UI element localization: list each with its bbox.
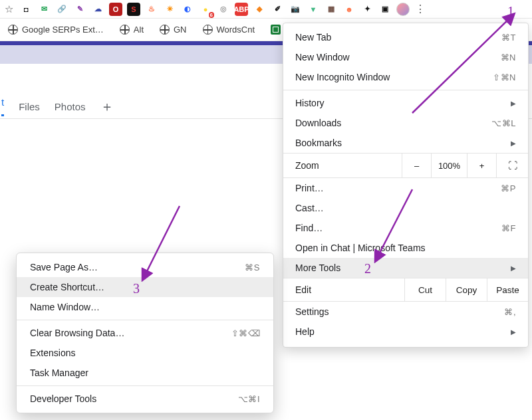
extension-feather-icon[interactable]: ✎ xyxy=(73,3,86,16)
menu-bookmarks[interactable]: Bookmarks▶ xyxy=(283,133,528,153)
more-tools-submenu: Save Page As…⌘S Create Shortcut… Name Wi… xyxy=(16,253,274,413)
menu-new-window[interactable]: New Window⌘N xyxy=(283,47,528,67)
extension-picker-icon[interactable]: ✐ xyxy=(271,3,284,16)
extension-metamask-icon[interactable]: ◆ xyxy=(253,3,266,16)
submenu-name-window[interactable]: Name Window… xyxy=(17,297,273,317)
extension-flame-icon[interactable]: ♨ xyxy=(145,3,158,16)
bookmark-star-icon[interactable]: ☆ xyxy=(3,3,15,15)
fullscreen-icon[interactable] xyxy=(496,154,528,177)
page-tabs: t Files Photos ＋ xyxy=(0,92,114,121)
chrome-main-menu: New Tab⌘T New Window⌘N New Incognito Win… xyxy=(283,23,529,348)
extension-bubble-icon[interactable]: ☁ xyxy=(91,3,104,16)
extension-puzzle-icon[interactable]: ✦ xyxy=(360,3,374,16)
menu-new-tab[interactable]: New Tab⌘T xyxy=(283,27,528,47)
extension-link-icon[interactable]: 🔗 xyxy=(55,3,68,16)
submenu-arrow-icon: ▶ xyxy=(511,140,516,147)
tab-photos[interactable]: Photos xyxy=(55,101,86,112)
edit-cut[interactable]: Cut xyxy=(404,278,446,301)
menu-more-tools[interactable]: More Tools▶ xyxy=(283,258,528,278)
extension-robot-icon[interactable]: ☻ xyxy=(342,3,356,16)
sheets-icon xyxy=(271,25,281,35)
zoom-in-button[interactable]: + xyxy=(467,154,496,177)
extension-similarweb-icon[interactable]: ◐ xyxy=(181,3,194,16)
menu-cast[interactable]: Cast… xyxy=(283,198,528,218)
menu-find[interactable]: Find…⌘F xyxy=(283,218,528,238)
extension-squares-icon[interactable]: ▦ xyxy=(325,3,338,16)
submenu-extensions[interactable]: Extensions xyxy=(17,343,273,363)
zoom-label: Zoom xyxy=(283,154,402,177)
submenu-create-shortcut[interactable]: Create Shortcut… xyxy=(17,277,273,297)
extension-adblock-icon[interactable]: ABP xyxy=(235,3,248,16)
edit-paste[interactable]: Paste xyxy=(487,278,528,301)
menu-settings[interactable]: Settings⌘, xyxy=(283,302,528,322)
globe-icon xyxy=(120,25,130,35)
tab-active[interactable]: t xyxy=(1,96,4,116)
annotation-number-3: 3 xyxy=(133,281,140,296)
profile-avatar[interactable] xyxy=(396,3,410,16)
menu-help[interactable]: Help▶ xyxy=(283,322,528,342)
extension-bulb-icon[interactable]: ●6 xyxy=(199,3,212,16)
extension-shield-icon[interactable]: ◎ xyxy=(217,3,230,16)
menu-print[interactable]: Print…⌘P xyxy=(283,178,528,198)
extension-gear-icon[interactable]: ✳ xyxy=(163,3,176,16)
menu-new-incognito[interactable]: New Incognito Window⇧⌘N xyxy=(283,67,528,87)
add-tab-icon[interactable]: ＋ xyxy=(100,98,114,116)
menu-open-in-chat[interactable]: Open in Chat | Microsoft Teams xyxy=(283,238,528,258)
annotation-number-1: 1 xyxy=(507,4,514,19)
extension-ublock-icon[interactable]: O xyxy=(109,3,122,16)
menu-history[interactable]: History▶ xyxy=(283,93,528,113)
menu-zoom-row: Zoom – 100% + xyxy=(283,153,528,178)
globe-icon xyxy=(160,25,170,35)
submenu-clear-browsing-data[interactable]: Clear Browsing Data…⇧⌘⌫ xyxy=(17,323,273,343)
submenu-arrow-icon: ▶ xyxy=(511,100,516,107)
globe-icon xyxy=(203,25,213,35)
bookmark-serps[interactable]: Google SERPs Ext… xyxy=(0,25,112,35)
bookmark-alt[interactable]: Alt xyxy=(112,25,152,35)
chrome-menu-button[interactable]: ⋮ xyxy=(414,3,426,15)
edit-label: Edit xyxy=(283,278,404,301)
bookmark-gn[interactable]: GN xyxy=(152,25,195,35)
submenu-arrow-icon: ▶ xyxy=(511,328,516,336)
submenu-task-manager[interactable]: Task Manager xyxy=(17,363,273,383)
submenu-save-page-as[interactable]: Save Page As…⌘S xyxy=(17,257,273,277)
extensions-toolbar: ☆ ◘✉🔗✎☁OS♨✳◐●6◎ABP◆✐📷▼▦☻✦▣ ⋮ xyxy=(0,0,532,19)
extension-camera-icon[interactable]: 📷 xyxy=(289,3,302,16)
submenu-arrow-icon: ▶ xyxy=(511,264,516,272)
extension-devices-icon[interactable]: ▣ xyxy=(378,3,392,16)
edit-copy[interactable]: Copy xyxy=(446,278,487,301)
extension-vue-icon[interactable]: ▼ xyxy=(307,3,320,16)
menu-downloads[interactable]: Downloads⌥⌘L xyxy=(283,113,528,133)
zoom-value: 100% xyxy=(431,154,467,177)
bookmark-wordscnt[interactable]: WordsCnt xyxy=(195,25,263,35)
menu-edit-row: Edit Cut Copy Paste xyxy=(283,278,528,302)
extension-seo-icon[interactable]: S xyxy=(127,3,140,16)
extension-mail-icon[interactable]: ✉ xyxy=(37,3,51,16)
tab-files[interactable]: Files xyxy=(19,101,40,112)
globe-icon xyxy=(8,25,18,35)
extension-onepass-icon[interactable]: ◘ xyxy=(19,3,33,16)
zoom-out-button[interactable]: – xyxy=(402,154,431,177)
annotation-number-2: 2 xyxy=(364,261,371,276)
submenu-developer-tools[interactable]: Developer Tools⌥⌘I xyxy=(17,389,273,409)
